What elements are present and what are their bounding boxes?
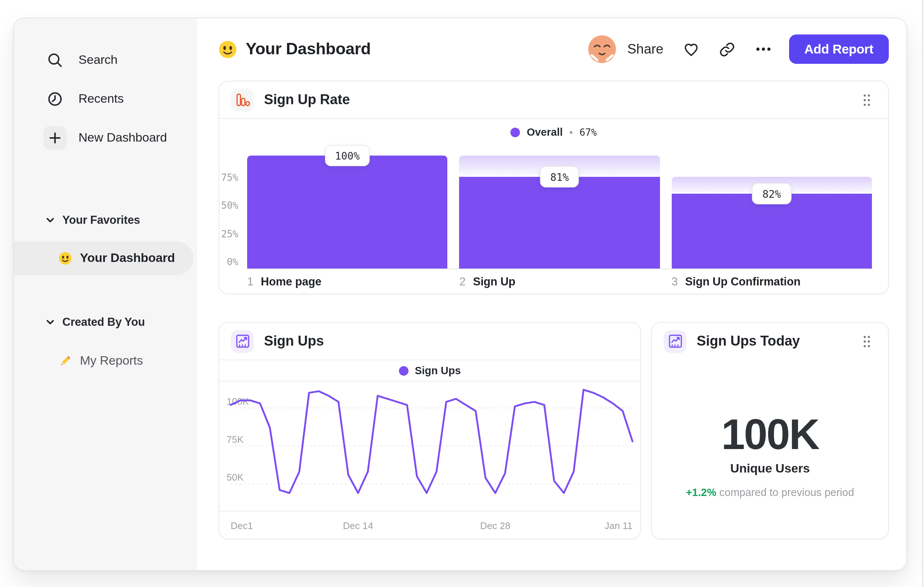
funnel-column[interactable]: 82% [672,155,872,269]
funnel-value-label: 82% [752,184,791,205]
card-title: Sign Ups [264,333,324,349]
search-icon [43,48,67,72]
section-your-favorites[interactable]: Your Favorites [14,205,197,235]
card-title: Sign Ups Today [697,333,800,349]
copy-link-icon[interactable] [718,41,735,58]
sign-ups-today-card: Sign Ups Today 100K Unique Users +1.2% c… [651,322,889,539]
bar-chart-icon [231,88,254,111]
sidebar-item-search[interactable]: Search [14,43,197,77]
funnel-legend: Overall • 67% [219,119,888,145]
screen-edge [921,0,923,587]
sidebar-item-your-dashboard[interactable]: Your Dashboard [14,241,194,275]
y-axis-tick: 75% [221,172,238,183]
clock-icon [43,87,67,111]
more-options-icon[interactable] [754,40,772,58]
page-header: Your Dashboard Share Add Report [219,35,889,64]
legend-dot [510,127,520,137]
legend-dot [399,366,408,375]
funnel-value-label: 81% [540,167,579,188]
line-legend: Sign Ups [219,360,640,381]
sidebar-item-label: Recents [78,92,124,106]
page-title: Your Dashboard [246,40,371,59]
section-created-by-you[interactable]: Created By You [14,308,197,337]
chevron-down-icon [46,217,54,223]
y-axis-tick: 50% [221,200,238,211]
smiley-emoji-icon [219,40,237,58]
line-chart-icon [664,330,686,352]
sidebar-item-new-dashboard[interactable]: New Dashboard [14,121,197,155]
svg-text:Jan 11: Jan 11 [605,520,632,531]
sidebar-item-my-reports[interactable]: My Reports [14,344,194,378]
svg-text:50K: 50K [227,472,244,483]
funnel-bar [459,177,660,269]
funnel-step-labels: 1Home page2Sign Up3Sign Up Confirmation [247,275,872,288]
share-button[interactable]: Share [627,41,664,57]
chevron-down-icon [46,319,54,325]
metric-delta: +1.2% compared to previous period [652,486,888,498]
favorite-heart-icon[interactable] [682,41,699,58]
card-header: Sign Ups Today [652,323,888,360]
funnel-step-label: 3Sign Up Confirmation [672,275,872,288]
funnel-value-label: 100% [325,145,370,166]
sidebar-item-label: Search [78,53,118,68]
card-title: Sign Up Rate [264,92,350,108]
card-header: Sign Ups [219,323,640,360]
line-chart-icon [231,330,254,352]
sidebar-item-label: New Dashboard [78,131,167,145]
screen: Search Recents New Dashboard Your Favori… [0,0,924,587]
main-content: Your Dashboard Share Add Report [197,18,907,570]
funnel-bar [247,155,448,269]
svg-text:Dec 14: Dec 14 [343,520,373,531]
sidebar: Search Recents New Dashboard Your Favori… [14,18,197,570]
sign-ups-card: Sign Ups Sign Ups 100K75K50KDec1Dec 14De… [219,322,641,539]
avatar[interactable] [589,35,616,63]
plus-icon [43,126,67,150]
funnel-step-label: 2Sign Up [459,275,660,288]
funnel-plot: 75%50%25%0%100%81%82% [247,155,872,269]
y-axis-tick: 25% [221,228,238,239]
sidebar-item-recents[interactable]: Recents [14,82,197,116]
add-report-button[interactable]: Add Report [789,35,889,64]
y-axis-tick: 0% [227,256,238,268]
svg-text:Dec1: Dec1 [231,520,253,531]
drag-handle-icon[interactable] [863,335,870,347]
funnel-step-label: 1Home page [247,275,448,288]
svg-text:75K: 75K [227,434,244,445]
header-actions: Share Add Report [589,35,889,64]
svg-text:Dec 28: Dec 28 [480,520,510,531]
drag-handle-icon[interactable] [863,94,870,106]
pencil-emoji-icon [59,354,72,368]
app-window: Search Recents New Dashboard Your Favori… [13,18,907,571]
funnel-column[interactable]: 100% [247,155,448,269]
sign-up-rate-card: Sign Up Rate Overall • 67% 75%50%25%0%10… [219,81,889,294]
funnel-bar [672,194,872,269]
metric-label: Unique Users [652,461,888,476]
metric-value: 100K [652,413,888,456]
card-header: Sign Up Rate [219,81,888,118]
smiley-emoji-icon [59,252,72,265]
funnel-column[interactable]: 81% [459,155,660,269]
line-chart: 100K75K50KDec1Dec 14Dec 28Jan 11 [219,382,640,544]
